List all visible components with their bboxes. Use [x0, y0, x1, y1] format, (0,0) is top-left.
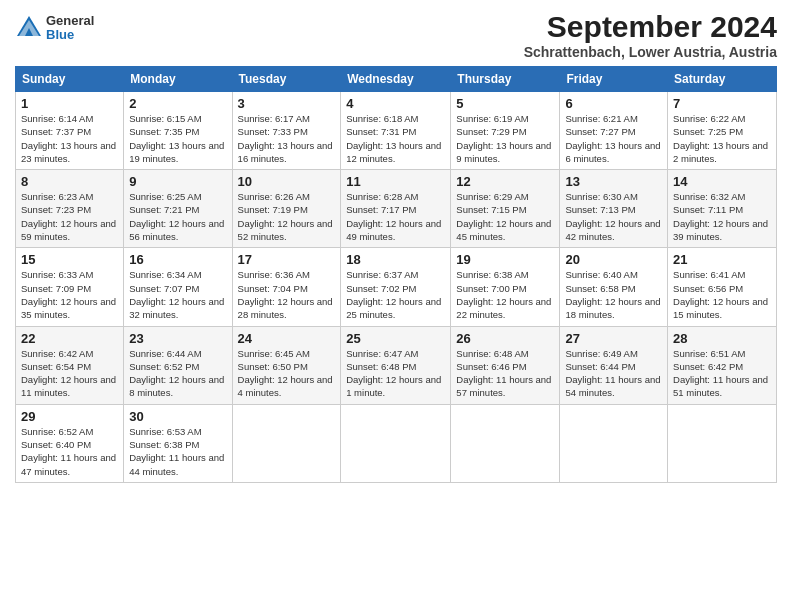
- day-number: 3: [238, 96, 336, 111]
- day-number: 9: [129, 174, 226, 189]
- day-number: 30: [129, 409, 226, 424]
- table-row: 1Sunrise: 6:14 AM Sunset: 7:37 PM Daylig…: [16, 92, 124, 170]
- header: General Blue September 2024 Schrattenbac…: [15, 10, 777, 60]
- day-info: Sunrise: 6:41 AM Sunset: 6:56 PM Dayligh…: [673, 268, 771, 321]
- calendar-week-row: 1Sunrise: 6:14 AM Sunset: 7:37 PM Daylig…: [16, 92, 777, 170]
- day-number: 4: [346, 96, 445, 111]
- day-number: 23: [129, 331, 226, 346]
- day-number: 25: [346, 331, 445, 346]
- day-number: 11: [346, 174, 445, 189]
- day-number: 7: [673, 96, 771, 111]
- day-info: Sunrise: 6:52 AM Sunset: 6:40 PM Dayligh…: [21, 425, 118, 478]
- day-info: Sunrise: 6:19 AM Sunset: 7:29 PM Dayligh…: [456, 112, 554, 165]
- table-row: 3Sunrise: 6:17 AM Sunset: 7:33 PM Daylig…: [232, 92, 341, 170]
- title-block: September 2024 Schrattenbach, Lower Aust…: [524, 10, 777, 60]
- logo: General Blue: [15, 14, 94, 43]
- day-info: Sunrise: 6:42 AM Sunset: 6:54 PM Dayligh…: [21, 347, 118, 400]
- table-row: 25Sunrise: 6:47 AM Sunset: 6:48 PM Dayli…: [341, 326, 451, 404]
- col-wednesday: Wednesday: [341, 67, 451, 92]
- day-number: 1: [21, 96, 118, 111]
- day-number: 10: [238, 174, 336, 189]
- table-row: 16Sunrise: 6:34 AM Sunset: 7:07 PM Dayli…: [124, 248, 232, 326]
- col-sunday: Sunday: [16, 67, 124, 92]
- day-info: Sunrise: 6:34 AM Sunset: 7:07 PM Dayligh…: [129, 268, 226, 321]
- table-row: 7Sunrise: 6:22 AM Sunset: 7:25 PM Daylig…: [668, 92, 777, 170]
- table-row: 8Sunrise: 6:23 AM Sunset: 7:23 PM Daylig…: [16, 170, 124, 248]
- day-info: Sunrise: 6:22 AM Sunset: 7:25 PM Dayligh…: [673, 112, 771, 165]
- day-number: 2: [129, 96, 226, 111]
- table-row: 17Sunrise: 6:36 AM Sunset: 7:04 PM Dayli…: [232, 248, 341, 326]
- calendar-week-row: 22Sunrise: 6:42 AM Sunset: 6:54 PM Dayli…: [16, 326, 777, 404]
- day-info: Sunrise: 6:30 AM Sunset: 7:13 PM Dayligh…: [565, 190, 662, 243]
- table-row: [232, 404, 341, 482]
- subtitle: Schrattenbach, Lower Austria, Austria: [524, 44, 777, 60]
- day-info: Sunrise: 6:48 AM Sunset: 6:46 PM Dayligh…: [456, 347, 554, 400]
- table-row: 22Sunrise: 6:42 AM Sunset: 6:54 PM Dayli…: [16, 326, 124, 404]
- table-row: 29Sunrise: 6:52 AM Sunset: 6:40 PM Dayli…: [16, 404, 124, 482]
- table-row: 21Sunrise: 6:41 AM Sunset: 6:56 PM Dayli…: [668, 248, 777, 326]
- day-number: 5: [456, 96, 554, 111]
- day-info: Sunrise: 6:49 AM Sunset: 6:44 PM Dayligh…: [565, 347, 662, 400]
- col-tuesday: Tuesday: [232, 67, 341, 92]
- day-number: 8: [21, 174, 118, 189]
- day-number: 22: [21, 331, 118, 346]
- day-info: Sunrise: 6:17 AM Sunset: 7:33 PM Dayligh…: [238, 112, 336, 165]
- calendar-week-row: 15Sunrise: 6:33 AM Sunset: 7:09 PM Dayli…: [16, 248, 777, 326]
- table-row: 30Sunrise: 6:53 AM Sunset: 6:38 PM Dayli…: [124, 404, 232, 482]
- day-info: Sunrise: 6:53 AM Sunset: 6:38 PM Dayligh…: [129, 425, 226, 478]
- day-number: 28: [673, 331, 771, 346]
- col-saturday: Saturday: [668, 67, 777, 92]
- main-title: September 2024: [524, 10, 777, 44]
- table-row: 2Sunrise: 6:15 AM Sunset: 7:35 PM Daylig…: [124, 92, 232, 170]
- day-number: 29: [21, 409, 118, 424]
- day-number: 15: [21, 252, 118, 267]
- day-info: Sunrise: 6:29 AM Sunset: 7:15 PM Dayligh…: [456, 190, 554, 243]
- day-number: 13: [565, 174, 662, 189]
- table-row: 26Sunrise: 6:48 AM Sunset: 6:46 PM Dayli…: [451, 326, 560, 404]
- day-number: 26: [456, 331, 554, 346]
- calendar-week-row: 29Sunrise: 6:52 AM Sunset: 6:40 PM Dayli…: [16, 404, 777, 482]
- day-info: Sunrise: 6:47 AM Sunset: 6:48 PM Dayligh…: [346, 347, 445, 400]
- day-info: Sunrise: 6:45 AM Sunset: 6:50 PM Dayligh…: [238, 347, 336, 400]
- table-row: 13Sunrise: 6:30 AM Sunset: 7:13 PM Dayli…: [560, 170, 668, 248]
- day-info: Sunrise: 6:36 AM Sunset: 7:04 PM Dayligh…: [238, 268, 336, 321]
- table-row: 6Sunrise: 6:21 AM Sunset: 7:27 PM Daylig…: [560, 92, 668, 170]
- logo-general-text: General: [46, 14, 94, 28]
- table-row: 28Sunrise: 6:51 AM Sunset: 6:42 PM Dayli…: [668, 326, 777, 404]
- day-info: Sunrise: 6:26 AM Sunset: 7:19 PM Dayligh…: [238, 190, 336, 243]
- day-info: Sunrise: 6:51 AM Sunset: 6:42 PM Dayligh…: [673, 347, 771, 400]
- day-info: Sunrise: 6:28 AM Sunset: 7:17 PM Dayligh…: [346, 190, 445, 243]
- calendar-week-row: 8Sunrise: 6:23 AM Sunset: 7:23 PM Daylig…: [16, 170, 777, 248]
- table-row: [451, 404, 560, 482]
- day-info: Sunrise: 6:15 AM Sunset: 7:35 PM Dayligh…: [129, 112, 226, 165]
- logo-text: General Blue: [46, 14, 94, 43]
- day-number: 14: [673, 174, 771, 189]
- calendar-header-row: Sunday Monday Tuesday Wednesday Thursday…: [16, 67, 777, 92]
- table-row: 23Sunrise: 6:44 AM Sunset: 6:52 PM Dayli…: [124, 326, 232, 404]
- col-thursday: Thursday: [451, 67, 560, 92]
- col-monday: Monday: [124, 67, 232, 92]
- day-number: 21: [673, 252, 771, 267]
- calendar-table: Sunday Monday Tuesday Wednesday Thursday…: [15, 66, 777, 483]
- table-row: 18Sunrise: 6:37 AM Sunset: 7:02 PM Dayli…: [341, 248, 451, 326]
- table-row: 11Sunrise: 6:28 AM Sunset: 7:17 PM Dayli…: [341, 170, 451, 248]
- table-row: 27Sunrise: 6:49 AM Sunset: 6:44 PM Dayli…: [560, 326, 668, 404]
- day-number: 12: [456, 174, 554, 189]
- table-row: 19Sunrise: 6:38 AM Sunset: 7:00 PM Dayli…: [451, 248, 560, 326]
- table-row: 15Sunrise: 6:33 AM Sunset: 7:09 PM Dayli…: [16, 248, 124, 326]
- day-info: Sunrise: 6:44 AM Sunset: 6:52 PM Dayligh…: [129, 347, 226, 400]
- table-row: 5Sunrise: 6:19 AM Sunset: 7:29 PM Daylig…: [451, 92, 560, 170]
- day-info: Sunrise: 6:38 AM Sunset: 7:00 PM Dayligh…: [456, 268, 554, 321]
- day-info: Sunrise: 6:14 AM Sunset: 7:37 PM Dayligh…: [21, 112, 118, 165]
- page-container: General Blue September 2024 Schrattenbac…: [0, 0, 792, 488]
- table-row: [560, 404, 668, 482]
- day-info: Sunrise: 6:37 AM Sunset: 7:02 PM Dayligh…: [346, 268, 445, 321]
- table-row: 20Sunrise: 6:40 AM Sunset: 6:58 PM Dayli…: [560, 248, 668, 326]
- table-row: 12Sunrise: 6:29 AM Sunset: 7:15 PM Dayli…: [451, 170, 560, 248]
- day-info: Sunrise: 6:33 AM Sunset: 7:09 PM Dayligh…: [21, 268, 118, 321]
- table-row: [341, 404, 451, 482]
- table-row: 14Sunrise: 6:32 AM Sunset: 7:11 PM Dayli…: [668, 170, 777, 248]
- day-number: 16: [129, 252, 226, 267]
- table-row: 9Sunrise: 6:25 AM Sunset: 7:21 PM Daylig…: [124, 170, 232, 248]
- day-info: Sunrise: 6:21 AM Sunset: 7:27 PM Dayligh…: [565, 112, 662, 165]
